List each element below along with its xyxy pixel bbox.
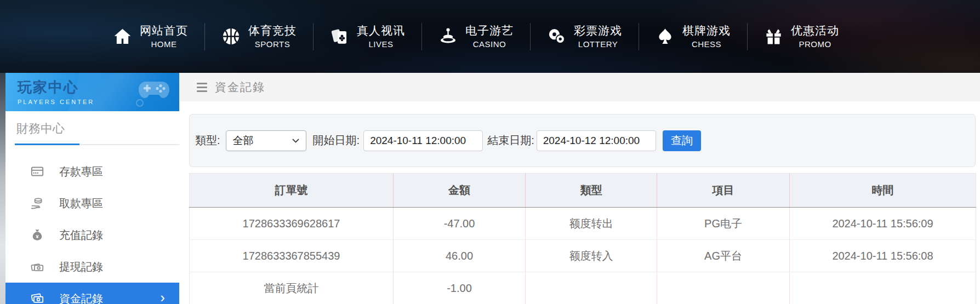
nav-item-chess[interactable]: 棋牌游戏 CHESS	[639, 23, 747, 50]
table-cell-item: AG平台	[657, 240, 790, 272]
table-cell-time: 2024-10-11 15:56:09	[790, 208, 976, 240]
nav-label-zh: 体育竞技	[248, 23, 297, 38]
type-label: 類型:	[195, 133, 220, 148]
table-cell-summary-label: 當前頁統計	[190, 272, 394, 304]
main-content: 資金記錄 類型: 全部 開始日期: 結束日期: 查詢 訂單號 金額 類型 項目 …	[179, 73, 980, 304]
table-summary-row: 當前頁統計 -1.00	[190, 272, 976, 304]
sidebar-item-label: 提現記錄	[59, 260, 103, 274]
nav-label-en: HOME	[140, 39, 188, 50]
column-header-amount: 金額	[394, 174, 526, 208]
filter-bar: 類型: 全部 開始日期: 結束日期: 查詢	[189, 114, 976, 167]
spade-icon	[656, 27, 675, 46]
table-cell-order-no: 1728633367855439	[190, 240, 394, 272]
nav-item-lives[interactable]: 真人视讯 LIVES	[314, 23, 421, 50]
table-cell-item: PG电子	[657, 208, 790, 240]
nav-item-casino[interactable]: 电子游艺 CASINO	[422, 23, 530, 50]
nav-label-zh: 真人视讯	[357, 23, 405, 38]
table-cell-summary-amount: -1.00	[394, 272, 526, 304]
table-row: 1728633367855439 46.00 额度转入 AG平台 2024-10…	[190, 240, 976, 272]
nav-label-zh: 棋牌游戏	[682, 23, 731, 38]
nav-item-home[interactable]: 网站首页 HOME	[96, 23, 204, 50]
column-header-item: 項目	[657, 174, 790, 208]
table-cell-type: 额度转出	[526, 208, 657, 240]
table-cell-time: 2024-10-11 15:56:08	[790, 240, 976, 272]
funds-record-icon	[30, 291, 44, 304]
nav-label-en: PROMO	[791, 39, 839, 50]
menu-icon[interactable]	[197, 83, 207, 92]
sidebar-item-label: 取款專區	[59, 196, 103, 211]
page-title: 資金記錄	[215, 79, 265, 95]
sidebar-item-recharge-record[interactable]: ¥ 充值記錄	[5, 219, 179, 251]
sidebar-menu: 存款專區 取款專區 ¥ 充值記錄 提現記錄 資金記錄 ›	[5, 156, 179, 304]
table-cell-amount: -47.00	[394, 208, 526, 240]
table-cell-type: 额度转入	[526, 240, 657, 272]
table-cell-empty	[526, 272, 657, 304]
sidebar-item-withdrawal-record[interactable]: 提現記錄	[5, 251, 179, 283]
lottery-balls-icon	[547, 27, 566, 46]
nav-label-zh: 优惠活动	[791, 23, 839, 38]
type-select-value: 全部	[233, 134, 254, 148]
gift-icon	[764, 27, 783, 46]
nav-label-zh: 网站首页	[140, 23, 188, 38]
cards-icon	[330, 27, 349, 46]
home-icon	[113, 27, 132, 46]
recharge-record-icon: ¥	[30, 228, 44, 242]
chevron-right-icon: ›	[160, 290, 165, 304]
section-divider	[15, 144, 179, 145]
end-date-label: 結束日期:	[487, 133, 534, 148]
column-header-time: 時間	[790, 174, 976, 208]
start-date-input[interactable]	[363, 130, 483, 151]
nav-label-en: LOTTERY	[574, 39, 622, 50]
end-date-input[interactable]	[537, 130, 656, 151]
column-header-order-no: 訂單號	[190, 174, 394, 208]
basketball-icon	[221, 27, 241, 46]
sidebar: 玩家中心 PLAYERS CENTER 財務中心 存款專區 取款專區 ¥ 充值記…	[5, 73, 179, 304]
type-select[interactable]: 全部	[226, 130, 306, 151]
gamepad-icon	[134, 78, 173, 107]
table-cell-empty	[790, 272, 976, 304]
table-header-row: 訂單號 金額 類型 項目 時間	[190, 174, 976, 208]
funds-record-table: 訂單號 金額 類型 項目 時間 1728633369628617 -47.00 …	[189, 173, 976, 304]
sidebar-item-label: 充值記錄	[59, 228, 103, 243]
sidebar-item-label: 存款專區	[59, 164, 103, 179]
withdrawal-record-icon	[30, 260, 44, 274]
nav-item-lottery[interactable]: 彩票游戏 LOTTERY	[531, 23, 639, 50]
sidebar-item-label: 資金記錄	[59, 291, 103, 304]
finance-center-section-title: 財務中心	[16, 122, 179, 135]
start-date-label: 開始日期:	[313, 133, 360, 148]
nav-label-en: CASINO	[465, 39, 514, 50]
table-row: 1728633369628617 -47.00 额度转出 PG电子 2024-1…	[190, 208, 976, 240]
nav-item-promo[interactable]: 优惠活动 PROMO	[748, 23, 856, 50]
nav-label-zh: 电子游艺	[465, 23, 514, 38]
table-cell-order-no: 1728633369628617	[190, 208, 394, 240]
roulette-icon	[438, 27, 458, 46]
svg-text:¥: ¥	[36, 233, 39, 239]
nav-label-en: CHESS	[682, 39, 731, 50]
nav-item-sports[interactable]: 体育竞技 SPORTS	[205, 23, 313, 50]
column-header-type: 類型	[526, 174, 657, 208]
top-navigation: 网站首页 HOME 体育竞技 SPORTS 真人视讯 LIVES 电子游艺 CA…	[0, 0, 980, 73]
chevron-down-icon	[292, 139, 299, 143]
sidebar-item-withdraw[interactable]: 取款專區	[5, 187, 179, 219]
nav-label-en: SPORTS	[248, 39, 297, 50]
withdraw-icon	[30, 196, 44, 210]
sidebar-item-deposit[interactable]: 存款專區	[5, 156, 179, 187]
players-center-header: 玩家中心 PLAYERS CENTER	[5, 73, 179, 111]
table-cell-amount: 46.00	[394, 240, 526, 272]
page-title-bar: 資金記錄	[179, 73, 980, 101]
search-button[interactable]: 查詢	[663, 130, 701, 151]
table-cell-empty	[657, 272, 790, 304]
nav-label-zh: 彩票游戏	[574, 23, 622, 38]
deposit-icon	[30, 164, 44, 179]
sidebar-item-funds-record[interactable]: 資金記錄 ›	[5, 283, 179, 304]
nav-label-en: LIVES	[357, 39, 405, 50]
page-edge-strip	[0, 73, 5, 304]
